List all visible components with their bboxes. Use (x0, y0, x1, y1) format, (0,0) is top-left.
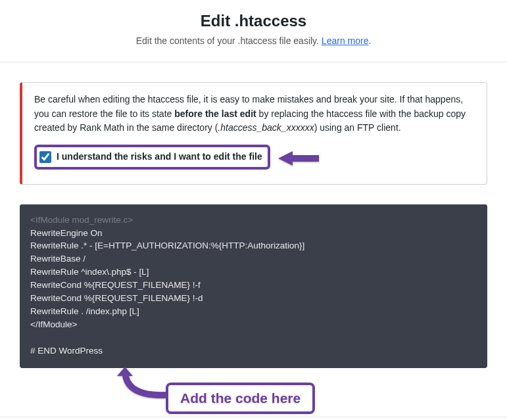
arrow-down-icon (117, 367, 170, 406)
bold-text: before the last edit (174, 108, 256, 119)
footer-actions: Reset Options Save Changes (0, 417, 507, 420)
htaccess-editor[interactable]: <IfModule mod_rewrite.c> RewriteEngine O… (20, 204, 487, 369)
annotation-label: Add the code here (180, 390, 301, 406)
content-area: Be careful when editing the htaccess fil… (0, 62, 507, 411)
learn-more-link[interactable]: Learn more (322, 35, 369, 46)
svg-marker-0 (278, 151, 319, 166)
page-header: Edit .htaccess Edit the contents of your… (0, 0, 507, 62)
annotation-box: Add the code here (166, 383, 315, 414)
page-title: Edit .htaccess (13, 12, 494, 30)
page-subtitle: Edit the contents of your .htaccess file… (13, 35, 494, 46)
risk-checkbox-highlight: I understand the risks and I want to edi… (34, 145, 270, 170)
risk-checkbox[interactable] (39, 151, 51, 163)
annotation-area: Add the code here (20, 372, 487, 411)
backup-filename: .htaccess_back_xxxxxx (218, 122, 314, 133)
arrow-left-icon (278, 149, 320, 172)
warning-box: Be careful when editing the htaccess fil… (20, 82, 487, 185)
risk-checkbox-label[interactable]: I understand the risks and I want to edi… (57, 150, 262, 164)
